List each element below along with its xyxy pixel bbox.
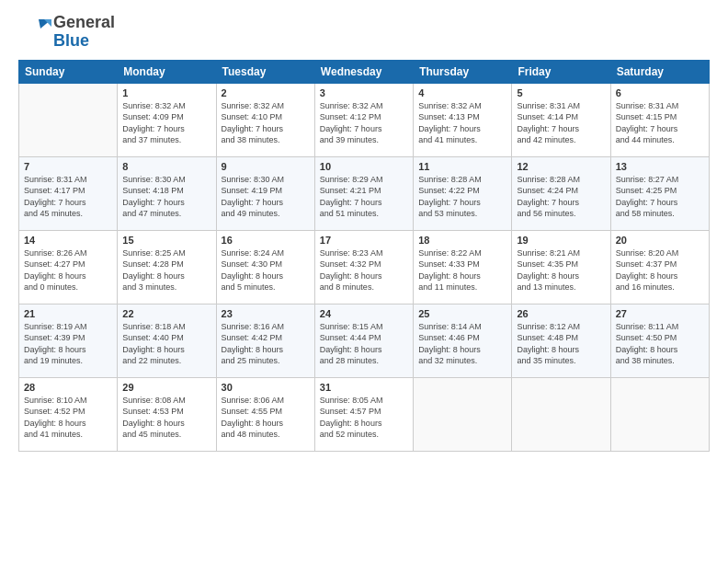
day-number: 25 — [418, 308, 506, 319]
day-info: Sunrise: 8:11 AM Sunset: 4:50 PM Dayligh… — [616, 321, 704, 367]
day-info: Sunrise: 8:25 AM Sunset: 4:28 PM Dayligh… — [122, 247, 210, 293]
calendar-cell: 3Sunrise: 8:32 AM Sunset: 4:12 PM Daylig… — [314, 83, 413, 156]
day-info: Sunrise: 8:12 AM Sunset: 4:48 PM Dayligh… — [517, 321, 605, 367]
calendar-cell: 7Sunrise: 8:31 AM Sunset: 4:17 PM Daylig… — [19, 156, 118, 230]
calendar-cell: 23Sunrise: 8:16 AM Sunset: 4:42 PM Dayli… — [216, 304, 314, 377]
day-info: Sunrise: 8:32 AM Sunset: 4:10 PM Dayligh… — [222, 100, 310, 146]
calendar-cell: 10Sunrise: 8:29 AM Sunset: 4:21 PM Dayli… — [314, 156, 413, 230]
calendar-cell — [610, 377, 709, 451]
day-info: Sunrise: 8:05 AM Sunset: 4:57 PM Dayligh… — [320, 395, 408, 441]
day-number: 24 — [320, 308, 408, 319]
logo-general: General — [53, 14, 115, 32]
calendar-header: General Blue — [18, 14, 710, 51]
calendar-cell: 11Sunrise: 8:28 AM Sunset: 4:22 PM Dayli… — [414, 156, 512, 230]
calendar-cell — [19, 83, 118, 156]
day-info: Sunrise: 8:23 AM Sunset: 4:32 PM Dayligh… — [320, 247, 408, 293]
day-number: 6 — [616, 87, 704, 98]
calendar-cell: 16Sunrise: 8:24 AM Sunset: 4:30 PM Dayli… — [216, 230, 314, 304]
calendar-cell: 19Sunrise: 8:21 AM Sunset: 4:35 PM Dayli… — [512, 230, 610, 304]
day-info: Sunrise: 8:28 AM Sunset: 4:24 PM Dayligh… — [517, 174, 605, 220]
calendar-week-row: 21Sunrise: 8:19 AM Sunset: 4:39 PM Dayli… — [19, 304, 710, 377]
day-info: Sunrise: 8:31 AM Sunset: 4:14 PM Dayligh… — [517, 100, 605, 146]
calendar-cell: 1Sunrise: 8:32 AM Sunset: 4:09 PM Daylig… — [118, 83, 216, 156]
day-info: Sunrise: 8:31 AM Sunset: 4:15 PM Dayligh… — [616, 100, 704, 146]
calendar-week-row: 14Sunrise: 8:26 AM Sunset: 4:27 PM Dayli… — [19, 230, 710, 304]
day-number: 4 — [418, 87, 506, 98]
calendar-cell — [414, 377, 512, 451]
day-number: 18 — [418, 235, 506, 246]
calendar-cell: 20Sunrise: 8:20 AM Sunset: 4:37 PM Dayli… — [610, 230, 709, 304]
day-info: Sunrise: 8:27 AM Sunset: 4:25 PM Dayligh… — [616, 174, 704, 220]
day-number: 8 — [122, 161, 210, 172]
day-number: 14 — [24, 235, 112, 246]
day-number: 30 — [222, 382, 310, 393]
day-number: 11 — [418, 161, 506, 172]
day-number: 1 — [122, 87, 210, 98]
calendar-cell: 8Sunrise: 8:30 AM Sunset: 4:18 PM Daylig… — [118, 156, 216, 230]
day-info: Sunrise: 8:28 AM Sunset: 4:22 PM Dayligh… — [418, 174, 506, 220]
day-number: 7 — [24, 161, 112, 172]
day-number: 27 — [616, 308, 704, 319]
calendar-cell: 28Sunrise: 8:10 AM Sunset: 4:52 PM Dayli… — [19, 377, 118, 451]
weekday-header-saturday: Saturday — [610, 60, 709, 83]
logo-blue: Blue — [53, 32, 115, 51]
day-info: Sunrise: 8:16 AM Sunset: 4:42 PM Dayligh… — [222, 321, 310, 367]
day-info: Sunrise: 8:29 AM Sunset: 4:21 PM Dayligh… — [320, 174, 408, 220]
day-info: Sunrise: 8:22 AM Sunset: 4:33 PM Dayligh… — [418, 247, 506, 293]
calendar-week-row: 1Sunrise: 8:32 AM Sunset: 4:09 PM Daylig… — [19, 83, 710, 156]
day-number: 26 — [517, 308, 605, 319]
day-number: 31 — [320, 382, 408, 393]
calendar-cell: 6Sunrise: 8:31 AM Sunset: 4:15 PM Daylig… — [610, 83, 709, 156]
day-info: Sunrise: 8:26 AM Sunset: 4:27 PM Dayligh… — [24, 247, 112, 293]
day-number: 19 — [517, 235, 605, 246]
calendar-cell: 27Sunrise: 8:11 AM Sunset: 4:50 PM Dayli… — [610, 304, 709, 377]
weekday-header-wednesday: Wednesday — [314, 60, 413, 83]
weekday-header-thursday: Thursday — [414, 60, 512, 83]
day-info: Sunrise: 8:32 AM Sunset: 4:13 PM Dayligh… — [418, 100, 506, 146]
day-info: Sunrise: 8:06 AM Sunset: 4:55 PM Dayligh… — [222, 395, 310, 441]
calendar-cell: 17Sunrise: 8:23 AM Sunset: 4:32 PM Dayli… — [314, 230, 413, 304]
calendar-cell: 15Sunrise: 8:25 AM Sunset: 4:28 PM Dayli… — [118, 230, 216, 304]
calendar-cell: 4Sunrise: 8:32 AM Sunset: 4:13 PM Daylig… — [414, 83, 512, 156]
day-info: Sunrise: 8:18 AM Sunset: 4:40 PM Dayligh… — [122, 321, 210, 367]
day-number: 15 — [122, 235, 210, 246]
day-number: 17 — [320, 235, 408, 246]
day-number: 16 — [222, 235, 310, 246]
day-info: Sunrise: 8:20 AM Sunset: 4:37 PM Dayligh… — [616, 247, 704, 293]
day-number: 13 — [616, 161, 704, 172]
day-info: Sunrise: 8:14 AM Sunset: 4:46 PM Dayligh… — [418, 321, 506, 367]
day-info: Sunrise: 8:15 AM Sunset: 4:44 PM Dayligh… — [320, 321, 408, 367]
calendar-week-row: 7Sunrise: 8:31 AM Sunset: 4:17 PM Daylig… — [19, 156, 710, 230]
calendar-cell: 22Sunrise: 8:18 AM Sunset: 4:40 PM Dayli… — [118, 304, 216, 377]
day-info: Sunrise: 8:32 AM Sunset: 4:09 PM Dayligh… — [122, 100, 210, 146]
calendar-table: SundayMondayTuesdayWednesdayThursdayFrid… — [18, 60, 710, 452]
calendar-cell: 5Sunrise: 8:31 AM Sunset: 4:14 PM Daylig… — [512, 83, 610, 156]
day-number: 23 — [222, 308, 310, 319]
logo-bird-icon — [18, 16, 51, 49]
day-info: Sunrise: 8:31 AM Sunset: 4:17 PM Dayligh… — [24, 174, 112, 220]
calendar-cell: 18Sunrise: 8:22 AM Sunset: 4:33 PM Dayli… — [414, 230, 512, 304]
day-info: Sunrise: 8:30 AM Sunset: 4:18 PM Dayligh… — [122, 174, 210, 220]
calendar-cell: 26Sunrise: 8:12 AM Sunset: 4:48 PM Dayli… — [512, 304, 610, 377]
calendar-cell — [512, 377, 610, 451]
calendar-cell: 21Sunrise: 8:19 AM Sunset: 4:39 PM Dayli… — [19, 304, 118, 377]
calendar-cell: 24Sunrise: 8:15 AM Sunset: 4:44 PM Dayli… — [314, 304, 413, 377]
day-info: Sunrise: 8:21 AM Sunset: 4:35 PM Dayligh… — [517, 247, 605, 293]
day-number: 29 — [122, 382, 210, 393]
day-number: 3 — [320, 87, 408, 98]
logo-combined: General Blue — [18, 14, 115, 51]
day-number: 5 — [517, 87, 605, 98]
day-info: Sunrise: 8:08 AM Sunset: 4:53 PM Dayligh… — [122, 395, 210, 441]
day-number: 28 — [24, 382, 112, 393]
calendar-cell: 9Sunrise: 8:30 AM Sunset: 4:19 PM Daylig… — [216, 156, 314, 230]
calendar-cell: 14Sunrise: 8:26 AM Sunset: 4:27 PM Dayli… — [19, 230, 118, 304]
calendar-cell: 29Sunrise: 8:08 AM Sunset: 4:53 PM Dayli… — [118, 377, 216, 451]
day-number: 21 — [24, 308, 112, 319]
calendar-cell: 30Sunrise: 8:06 AM Sunset: 4:55 PM Dayli… — [216, 377, 314, 451]
day-info: Sunrise: 8:24 AM Sunset: 4:30 PM Dayligh… — [222, 247, 310, 293]
day-info: Sunrise: 8:19 AM Sunset: 4:39 PM Dayligh… — [24, 321, 112, 367]
calendar-cell: 25Sunrise: 8:14 AM Sunset: 4:46 PM Dayli… — [414, 304, 512, 377]
calendar-cell: 13Sunrise: 8:27 AM Sunset: 4:25 PM Dayli… — [610, 156, 709, 230]
logo: General Blue — [18, 14, 115, 51]
calendar-week-row: 28Sunrise: 8:10 AM Sunset: 4:52 PM Dayli… — [19, 377, 710, 451]
